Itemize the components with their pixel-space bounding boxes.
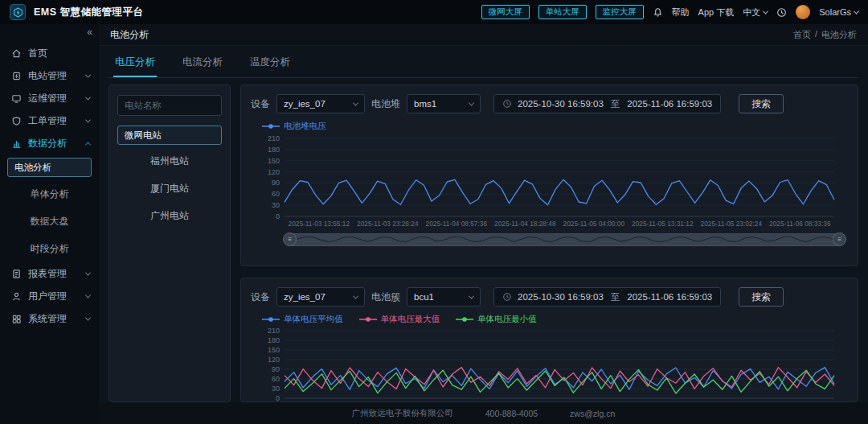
zoom-handle-right[interactable]: ≡ [833,233,846,246]
footer-company: 广州致远电子股份有限公司 [352,408,453,419]
search-button[interactable]: 搜索 [739,94,784,113]
svg-text:60: 60 [272,190,280,198]
device-label: 设备 [251,290,270,304]
sidebar-item-label: 系统管理 [28,312,67,326]
sidebar-item-home[interactable]: 首页 [0,42,99,64]
sidebar-subitem-data-dashboard[interactable]: 数据大盘 [7,211,92,232]
cell-voltage-card: 设备 zy_ies_07 电池簇 bcu1 [240,278,858,402]
clock-icon[interactable] [776,7,787,18]
svg-text:210: 210 [268,327,280,335]
svg-text:120: 120 [268,168,280,176]
cell-voltage-chart: 03060901201501802102025-11-03 13:55:1220… [251,327,845,402]
monitor-icon [11,93,22,104]
sidebar-item-data-analysis[interactable]: 数据分析 [0,132,99,154]
svg-text:180: 180 [268,146,280,154]
date-to-label: 至 [611,98,620,110]
legend-item[interactable]: 单体电压最大值 [359,314,440,325]
shield-icon [11,116,22,126]
stack-voltage-chart: 03060901201501802102025-11-03 13:55:1220… [251,134,845,228]
station-item-guangzhou[interactable]: 广州电站 [117,204,222,227]
date-end: 2025-11-06 16:59:03 [627,292,712,302]
svg-text:90: 90 [272,365,280,373]
logo-hexagon-icon [13,7,23,18]
sidebar-item-label: 报表管理 [28,267,67,281]
sidebar-nav: « 首页 电站管理 运维管理 工单管理 [0,24,99,424]
sidebar-item-label: 数据分析 [28,137,67,150]
chevron-up-icon [85,142,91,147]
bell-icon[interactable] [653,7,663,18]
legend-item[interactable]: 单体电压平均值 [262,314,343,325]
sidebar-item-workorder-mgmt[interactable]: 工单管理 [0,109,99,132]
sidebar-item-label: 首页 [28,47,47,60]
user-menu[interactable]: SolarGs [819,7,858,17]
chevron-down-icon [353,293,358,298]
zoom-preview-wave [290,234,837,245]
date-range-picker-2[interactable]: 2025-10-30 16:59:03 至 2025-11-06 16:59:0… [493,287,721,307]
svg-text:0: 0 [276,394,280,402]
breadcrumb-current: 电池分析 [821,29,857,41]
battery-cluster-select[interactable]: bcu1 [407,287,481,307]
device-select[interactable]: zy_ies_07 [276,94,365,113]
sidebar-subitem-period-analysis[interactable]: 时段分析 [7,238,92,259]
language-label: 中文 [743,6,760,19]
chevron-down-icon [469,100,474,105]
legend-line-icon [456,316,473,323]
sidebar-item-user-mgmt[interactable]: 用户管理 [0,285,99,307]
device-select-2[interactable]: zy_ies_07 [276,287,365,307]
svg-text:60: 60 [272,375,280,383]
breadcrumb-home-link[interactable]: 首页 [793,29,811,41]
station-item-xiamen[interactable]: 厦门电站 [117,177,222,200]
help-link[interactable]: 帮助 [672,6,690,19]
search-button-2[interactable]: 搜索 [739,287,784,307]
sidebar-collapse-icon[interactable]: « [0,24,99,42]
sidebar-item-report-mgmt[interactable]: 报表管理 [0,262,99,285]
sidebar-item-station-mgmt[interactable]: 电站管理 [0,64,99,87]
breadcrumb-separator: / [815,29,817,41]
legend-line-icon [262,123,280,130]
svg-text:2025-11-05 23:02:24: 2025-11-05 23:02:24 [701,220,763,228]
legend-item[interactable]: 单体电压最小值 [456,314,537,325]
sidebar-subitem-battery-analysis[interactable]: 电池分析 [7,158,92,177]
svg-text:30: 30 [272,201,280,209]
svg-text:2025-11-03 23:26:24: 2025-11-03 23:26:24 [357,220,419,228]
sidebar-item-system-mgmt[interactable]: 系统管理 [0,307,99,330]
cluster-filter-row: 设备 zy_ies_07 电池簇 bcu1 [251,286,848,307]
app-download-link[interactable]: App 下载 [698,6,735,19]
tab-temperature-analysis[interactable]: 温度分析 [248,50,292,77]
svg-text:2025-11-03 13:55:12: 2025-11-03 13:55:12 [289,220,350,228]
svg-text:2025-11-04 08:57:36: 2025-11-04 08:57:36 [426,220,488,228]
monitor-screen-button[interactable]: 监控大屏 [596,5,644,19]
language-selector[interactable]: 中文 [743,6,768,19]
station-search-input[interactable] [117,95,222,116]
sidebar-subitem-cell-analysis[interactable]: 单体分析 [7,183,92,204]
svg-text:210: 210 [268,134,280,142]
sidebar-item-ops-mgmt[interactable]: 运维管理 [0,87,99,109]
username-label: SolarGs [819,7,851,17]
page-title: EMS 智慧储能管理平台 [34,6,144,19]
bar-chart-icon [11,138,22,149]
tab-voltage-analysis[interactable]: 电压分析 [113,50,157,77]
user-avatar[interactable] [796,5,810,19]
station-list: 微网电站 福州电站 厦门电站 广州电站 [117,126,222,227]
date-range-picker[interactable]: 2025-10-30 16:59:03 至 2025-11-06 16:59:0… [493,94,721,113]
sidebar-item-label: 电站管理 [28,69,67,83]
battery-stack-select[interactable]: bms1 [407,94,481,113]
stack-voltage-card: 设备 zy_ies_07 电池堆 bms1 [240,84,858,266]
tab-current-analysis[interactable]: 电流分析 [181,50,224,77]
grid-icon [11,314,22,324]
stack-filter-row: 设备 zy_ies_07 电池堆 bms1 [251,93,848,114]
chevron-down-icon [353,100,358,105]
station-item-microgrid[interactable]: 微网电站 [117,126,222,145]
svg-text:150: 150 [268,157,280,165]
legend-item[interactable]: 电池堆电压 [262,121,326,132]
chart-zoom-slider[interactable]: ≡ ≡ [285,233,845,246]
date-start: 2025-10-30 16:59:03 [518,292,604,302]
battery-stack-select-value: bms1 [414,99,436,109]
station-item-fuzhou[interactable]: 福州电站 [117,150,222,172]
date-end: 2025-11-06 16:59:03 [627,99,712,109]
zoom-handle-left[interactable]: ≡ [283,233,297,246]
chart-legend: 电池堆电压 [262,121,848,132]
microgrid-screen-button[interactable]: 微网大屏 [481,5,530,19]
station-screen-button[interactable]: 单站大屏 [538,5,587,19]
document-icon [11,269,22,279]
